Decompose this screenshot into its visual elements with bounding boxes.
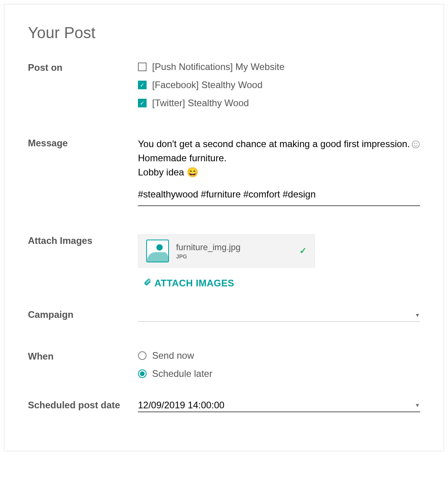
checkbox-icon[interactable]: ✓ bbox=[138, 81, 147, 89]
campaign-label: Campaign bbox=[28, 308, 138, 320]
message-value: You don't get a second chance at making … bbox=[138, 137, 420, 206]
post-form-panel: Your Post Post on [Push Notifications] M… bbox=[4, 4, 444, 451]
paperclip-icon bbox=[143, 278, 151, 288]
post-on-options: [Push Notifications] My Website ✓ [Faceb… bbox=[138, 61, 420, 109]
campaign-row: Campaign ▼ bbox=[28, 308, 420, 322]
when-options: Send now Schedule later bbox=[138, 350, 420, 379]
scheduled-date-input[interactable]: 12/09/2019 14:00:00 ▼ bbox=[138, 399, 420, 412]
image-thumbnail-icon bbox=[146, 240, 169, 262]
message-label: Message bbox=[28, 137, 138, 149]
scheduled-date-text: 12/09/2019 14:00:00 bbox=[138, 400, 224, 411]
post-on-option-twitter[interactable]: ✓ [Twitter] Stealthy Wood bbox=[138, 98, 420, 109]
radio-label: Send now bbox=[152, 350, 194, 361]
attachment-filename: furniture_img.jpg bbox=[176, 242, 292, 253]
attach-images-row: Attach Images furniture_img.jpg JPG ✓ bbox=[28, 234, 420, 289]
attachment-filetype: JPG bbox=[176, 253, 292, 260]
svg-point-2 bbox=[417, 144, 417, 144]
checkbox-label: [Push Notifications] My Website bbox=[152, 61, 285, 72]
svg-point-0 bbox=[412, 141, 419, 148]
chevron-down-icon: ▼ bbox=[415, 312, 420, 318]
attachment-meta: furniture_img.jpg JPG bbox=[176, 242, 292, 260]
attach-images-label: Attach Images bbox=[28, 234, 138, 246]
checkbox-icon[interactable] bbox=[138, 63, 147, 71]
page-title: Your Post bbox=[28, 24, 420, 42]
message-hashtags: #stealthywood #furniture #comfort #desig… bbox=[138, 187, 420, 201]
scheduled-date-value: 12/09/2019 14:00:00 ▼ bbox=[138, 399, 420, 412]
attach-images-button[interactable]: ATTACH IMAGES bbox=[138, 278, 420, 289]
svg-point-1 bbox=[415, 144, 415, 144]
radio-icon[interactable] bbox=[138, 351, 147, 360]
emoji-picker-icon[interactable] bbox=[411, 140, 420, 151]
attachment-card[interactable]: furniture_img.jpg JPG ✓ bbox=[138, 234, 315, 267]
checkbox-label: [Twitter] Stealthy Wood bbox=[152, 98, 249, 109]
campaign-select[interactable]: ▼ bbox=[138, 308, 420, 322]
checkbox-icon[interactable]: ✓ bbox=[138, 99, 147, 107]
scheduled-date-label: Scheduled post date bbox=[28, 399, 138, 411]
chevron-down-icon: ▼ bbox=[415, 402, 420, 408]
checkbox-label: [Facebook] Stealthy Wood bbox=[152, 79, 263, 90]
post-on-option-facebook[interactable]: ✓ [Facebook] Stealthy Wood bbox=[138, 79, 420, 90]
when-row: When Send now Schedule later bbox=[28, 350, 420, 379]
when-option-send-now[interactable]: Send now bbox=[138, 350, 420, 361]
post-on-option-push[interactable]: [Push Notifications] My Website bbox=[138, 61, 420, 72]
post-on-label: Post on bbox=[28, 61, 138, 73]
post-on-row: Post on [Push Notifications] My Website … bbox=[28, 61, 420, 109]
message-row: Message You don't get a second chance at… bbox=[28, 137, 420, 206]
when-label: When bbox=[28, 350, 138, 362]
message-input[interactable]: You don't get a second chance at making … bbox=[138, 137, 420, 206]
attach-images-value: furniture_img.jpg JPG ✓ ATTACH IMAGES bbox=[138, 234, 420, 289]
radio-label: Schedule later bbox=[152, 368, 212, 379]
attach-images-button-label: ATTACH IMAGES bbox=[154, 278, 234, 289]
radio-icon[interactable] bbox=[138, 369, 147, 378]
message-body: You don't get a second chance at making … bbox=[138, 137, 420, 179]
scheduled-date-row: Scheduled post date 12/09/2019 14:00:00 … bbox=[28, 399, 420, 412]
when-option-schedule-later[interactable]: Schedule later bbox=[138, 368, 420, 379]
upload-success-icon: ✓ bbox=[299, 246, 307, 256]
campaign-value: ▼ bbox=[138, 308, 420, 322]
